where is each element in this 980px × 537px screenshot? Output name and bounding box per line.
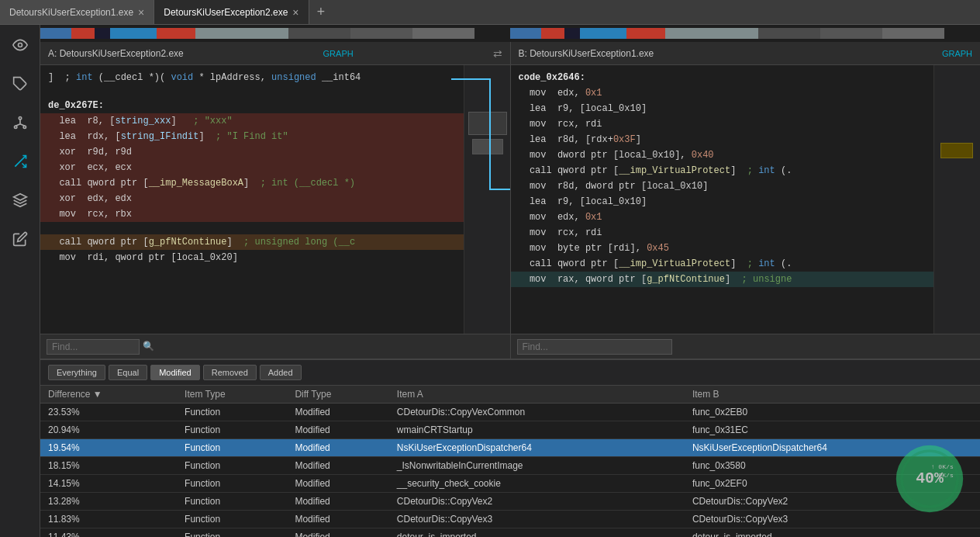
eye-icon[interactable] xyxy=(8,33,33,57)
watermark: 40% ↑ 0K/s ↓ 0K/s xyxy=(895,444,964,514)
table-row[interactable]: 23.53% Function Modified CDetourDis::Cop… xyxy=(40,404,980,421)
find-input-right[interactable] xyxy=(517,339,672,355)
col-diff-type[interactable]: Diff Type xyxy=(287,386,388,404)
panel-left-header: A: DetoursKiUserException2.exe GRAPH ⇄ xyxy=(40,42,510,65)
main-layout: A: DetoursKiUserException2.exe GRAPH ⇄ ]… xyxy=(0,25,980,537)
table-header-row: Difference ▼ Item Type Diff Type Item A … xyxy=(40,386,980,404)
cell-item-b: detour_is_imported xyxy=(685,528,980,538)
svg-point-2 xyxy=(19,117,21,120)
code-line: mov r8d, dword ptr [local_0x10] xyxy=(511,178,981,194)
tab-detours2[interactable]: DetoursKiUserException2.exe × xyxy=(154,0,309,24)
cell-item-a: CDetourDis::CopyVexCommon xyxy=(389,404,685,421)
cell-difference: 11.83% xyxy=(40,511,177,528)
code-line: lea rdx, [string_IFindit] ; "I Find it" xyxy=(40,129,510,144)
code-line: mov rcx, rdi xyxy=(511,116,981,132)
table-row[interactable]: 13.28% Function Modified CDetourDis::Cop… xyxy=(40,493,980,511)
filter-everything[interactable]: Everything xyxy=(48,365,105,380)
minimap-thumb-right xyxy=(933,65,980,334)
cell-item-type: Function xyxy=(177,439,287,457)
filter-removed[interactable]: Removed xyxy=(203,365,257,380)
cell-diff-type: Modified xyxy=(287,439,388,457)
cell-difference: 11.43% xyxy=(40,528,177,538)
cell-diff-type: Modified xyxy=(287,528,388,538)
col-difference[interactable]: Difference ▼ xyxy=(40,386,177,404)
panel-left-graph[interactable]: GRAPH xyxy=(323,49,354,58)
col-item-a[interactable]: Item A xyxy=(389,386,685,404)
find-input-left[interactable] xyxy=(47,339,140,355)
code-line: mov edx, 0x1 xyxy=(511,85,981,101)
edit-icon[interactable] xyxy=(8,227,33,251)
table-row[interactable]: 18.15% Function Modified _IsNonwritableI… xyxy=(40,457,980,475)
cell-diff-type: Modified xyxy=(287,457,388,475)
panel-left-code: ] ; int (__cdecl *)( void * lpAddress, u… xyxy=(40,65,510,334)
code-line: lea r9, [local_0x10] xyxy=(511,194,981,210)
tab1-close[interactable]: × xyxy=(138,6,144,19)
svg-text:↓ 0K/s: ↓ 0K/s xyxy=(931,472,954,479)
code-line: lea r8d, [rdx+0x3F] xyxy=(511,132,981,147)
find-bar-left: 🔍 xyxy=(40,334,510,359)
code-line: call qword ptr [__imp_MessageBoxA] ; int… xyxy=(40,175,510,191)
sidebar xyxy=(0,25,40,537)
diff-area: Everything Equal Modified Removed Added … xyxy=(40,359,980,537)
cell-item-b: func_0x31EC xyxy=(685,421,980,439)
cell-item-a: CDetourDis::CopyVex3 xyxy=(389,511,685,528)
cell-item-type: Function xyxy=(177,421,287,439)
code-line: call qword ptr [__imp_VirtualProtect] ; … xyxy=(511,163,981,178)
layers-icon[interactable] xyxy=(8,188,33,213)
tab2-label: DetoursKiUserException2.exe xyxy=(164,7,288,18)
cell-item-type: Function xyxy=(177,528,287,538)
code-line xyxy=(40,222,510,234)
table-row[interactable]: 19.54% Function Modified NsKiUserExcepti… xyxy=(40,439,980,457)
tab-add-button[interactable]: + xyxy=(309,5,333,20)
puzzle-icon[interactable] xyxy=(8,71,33,96)
code-line: mov byte ptr [rdi], 0x45 xyxy=(511,241,981,256)
filter-added[interactable]: Added xyxy=(260,365,302,380)
svg-line-7 xyxy=(20,124,25,126)
cell-item-type: Function xyxy=(177,475,287,493)
network-icon[interactable] xyxy=(8,110,33,135)
cell-diff-type: Modified xyxy=(287,475,388,493)
tab-detours1[interactable]: DetoursKiUserException1.exe × xyxy=(0,0,154,24)
cell-diff-type: Modified xyxy=(287,493,388,511)
diff-table-body: 23.53% Function Modified CDetourDis::Cop… xyxy=(40,404,980,538)
panel-right-graph[interactable]: GRAPH xyxy=(942,49,972,58)
col-item-b[interactable]: Item B xyxy=(685,386,980,404)
find-icon-left[interactable]: 🔍 xyxy=(143,341,154,352)
code-line: mov rcx, rdi xyxy=(511,225,981,241)
cell-item-a: detour_is_imported xyxy=(389,528,685,538)
code-line: mov edx, 0x1 xyxy=(511,210,981,225)
filter-modified[interactable]: Modified xyxy=(150,365,200,380)
code-line: xor ecx, ecx xyxy=(40,160,510,175)
code-line: code_0x2646: xyxy=(511,70,981,85)
content-area: A: DetoursKiUserException2.exe GRAPH ⇄ ]… xyxy=(40,25,980,537)
table-row[interactable]: 20.94% Function Modified wmainCRTStartup… xyxy=(40,421,980,439)
cell-item-a: _IsNonwritableInCurrentImage xyxy=(389,457,685,475)
table-row[interactable]: 14.15% Function Modified __security_chec… xyxy=(40,475,980,493)
panel-right: B: DetoursKiUserException1.exe GRAPH cod… xyxy=(511,42,981,359)
code-line: mov rcx, rbx xyxy=(40,206,510,222)
diff-icon[interactable] xyxy=(8,149,33,174)
panel-right-title: B: DetoursKiUserException1.exe xyxy=(519,48,654,59)
cell-item-a: NsKiUserExceptionDispatcher64 xyxy=(389,439,685,457)
tab-bar: DetoursKiUserException1.exe × DetoursKiU… xyxy=(0,0,980,25)
cell-item-type: Function xyxy=(177,404,287,421)
diff-table-container: Difference ▼ Item Type Diff Type Item A … xyxy=(40,386,980,537)
code-line: lea r8, [string_xxx] ; "xxx" xyxy=(40,113,510,129)
tab2-close[interactable]: × xyxy=(292,6,298,19)
cell-item-type: Function xyxy=(177,493,287,511)
cell-item-b: func_0x2EB0 xyxy=(685,404,980,421)
svg-point-0 xyxy=(18,43,22,47)
cell-item-a: __security_check_cookie xyxy=(389,475,685,493)
code-line: lea r9, [local_0x10] xyxy=(511,101,981,116)
cell-difference: 18.15% xyxy=(40,457,177,475)
table-row[interactable]: 11.43% Function Modified detour_is_impor… xyxy=(40,528,980,538)
watermark-svg: 40% ↑ 0K/s ↓ 0K/s xyxy=(895,444,964,514)
code-line: mov dword ptr [local_0x10], 0x40 xyxy=(511,147,981,163)
panel-swap-icon[interactable]: ⇄ xyxy=(493,47,502,60)
cell-diff-type: Modified xyxy=(287,421,388,439)
cell-difference: 13.28% xyxy=(40,493,177,511)
col-item-type[interactable]: Item Type xyxy=(177,386,287,404)
table-row[interactable]: 11.83% Function Modified CDetourDis::Cop… xyxy=(40,511,980,528)
cell-difference: 20.94% xyxy=(40,421,177,439)
filter-equal[interactable]: Equal xyxy=(109,365,147,380)
